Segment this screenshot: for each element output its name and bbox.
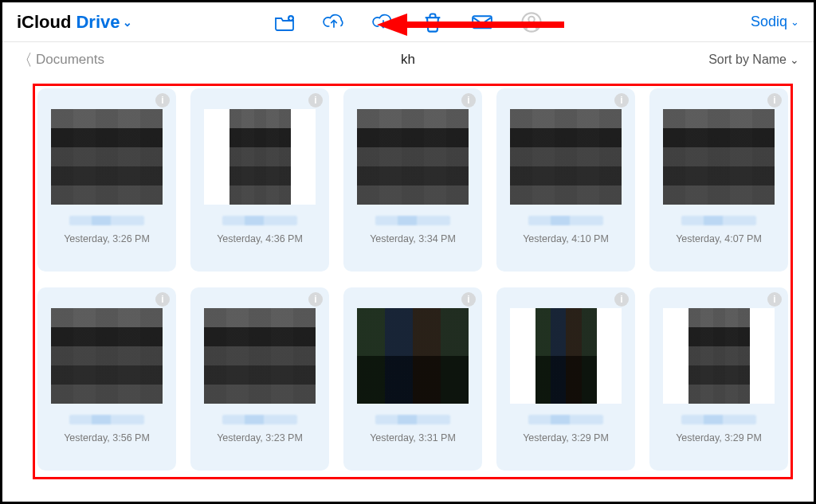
info-icon[interactable]: i	[308, 93, 323, 107]
back-label: Documents	[36, 52, 104, 68]
file-timestamp: Yesterday, 3:29 PM	[676, 432, 762, 443]
file-tile[interactable]: iYesterday, 3:29 PM	[496, 287, 635, 471]
file-tile[interactable]: iYesterday, 3:23 PM	[190, 287, 329, 471]
profile-icon[interactable]	[520, 12, 543, 33]
chevron-left-icon: 〈	[17, 52, 33, 68]
chevron-down-icon: ⌄	[123, 16, 132, 29]
file-name-redacted	[375, 216, 451, 225]
brand-icloud: iCloud	[17, 12, 71, 33]
info-icon[interactable]: i	[767, 93, 782, 107]
info-icon[interactable]: i	[155, 292, 170, 307]
info-icon[interactable]: i	[614, 292, 629, 307]
file-timestamp: Yesterday, 4:07 PM	[676, 233, 762, 244]
file-tile[interactable]: iYesterday, 4:36 PM	[190, 88, 329, 272]
file-name-redacted	[681, 216, 757, 225]
user-menu[interactable]: Sodiq ⌄	[751, 14, 799, 30]
file-name-redacted	[69, 216, 145, 225]
info-icon[interactable]: i	[155, 93, 170, 107]
file-timestamp: Yesterday, 4:10 PM	[523, 233, 609, 244]
file-thumbnail	[357, 109, 469, 205]
cloud-upload-icon[interactable]	[323, 12, 345, 33]
file-thumbnail	[663, 308, 775, 404]
chevron-down-icon: ⌄	[790, 16, 799, 28]
file-timestamp: Yesterday, 3:56 PM	[64, 432, 150, 443]
file-name-redacted	[222, 415, 298, 424]
toolbar: iCloud Drive ⌄ Sodiq ⌄	[2, 2, 814, 42]
file-thumbnail	[51, 308, 163, 404]
subheader: 〈 Documents kh Sort by Name ⌄	[2, 42, 814, 77]
cloud-download-icon[interactable]	[372, 12, 394, 33]
info-icon[interactable]: i	[461, 93, 476, 107]
user-name: Sodiq	[751, 14, 787, 30]
file-thumbnail	[510, 109, 622, 205]
file-tile[interactable]: iYesterday, 3:31 PM	[343, 287, 482, 471]
back-button[interactable]: 〈 Documents	[17, 52, 104, 68]
sort-label: Sort by Name	[708, 53, 787, 67]
info-icon[interactable]: i	[308, 292, 323, 307]
file-thumbnail	[51, 109, 163, 205]
file-tile[interactable]: iYesterday, 3:29 PM	[649, 287, 788, 471]
folder-title: kh	[401, 52, 415, 68]
file-timestamp: Yesterday, 4:36 PM	[217, 233, 303, 244]
file-name-redacted	[528, 415, 604, 424]
info-icon[interactable]: i	[767, 292, 782, 307]
mail-icon[interactable]	[471, 12, 493, 33]
brand-drive: Drive	[76, 12, 120, 33]
file-tile[interactable]: iYesterday, 3:34 PM	[343, 88, 482, 272]
file-thumbnail	[204, 308, 316, 404]
file-timestamp: Yesterday, 3:34 PM	[370, 233, 456, 244]
file-grid: iYesterday, 3:26 PMiYesterday, 4:36 PMiY…	[37, 88, 788, 475]
sort-dropdown[interactable]: Sort by Name ⌄	[708, 53, 799, 67]
file-name-redacted	[69, 415, 145, 424]
svg-point-3	[528, 16, 534, 21]
file-name-redacted	[681, 415, 757, 424]
file-name-redacted	[375, 415, 451, 424]
toolbar-actions	[273, 12, 543, 33]
file-thumbnail	[357, 308, 469, 404]
chevron-down-icon: ⌄	[790, 53, 799, 66]
info-icon[interactable]: i	[461, 292, 476, 307]
file-timestamp: Yesterday, 3:31 PM	[370, 432, 456, 443]
info-icon[interactable]: i	[614, 93, 629, 107]
file-thumbnail	[510, 308, 622, 404]
file-timestamp: Yesterday, 3:29 PM	[523, 432, 609, 443]
file-thumbnail	[663, 109, 775, 205]
brand-dropdown[interactable]: iCloud Drive ⌄	[17, 12, 132, 33]
trash-icon[interactable]	[422, 12, 444, 33]
file-tile[interactable]: iYesterday, 4:10 PM	[496, 88, 635, 272]
file-timestamp: Yesterday, 3:23 PM	[217, 432, 303, 443]
file-name-redacted	[528, 216, 604, 225]
file-thumbnail	[204, 109, 316, 205]
file-tile[interactable]: iYesterday, 4:07 PM	[649, 88, 788, 272]
file-tile[interactable]: iYesterday, 3:26 PM	[37, 88, 176, 272]
new-folder-icon[interactable]	[273, 12, 296, 33]
svg-rect-1	[473, 16, 492, 28]
file-tile[interactable]: iYesterday, 3:56 PM	[37, 287, 176, 471]
file-name-redacted	[222, 216, 298, 225]
file-timestamp: Yesterday, 3:26 PM	[64, 233, 150, 244]
